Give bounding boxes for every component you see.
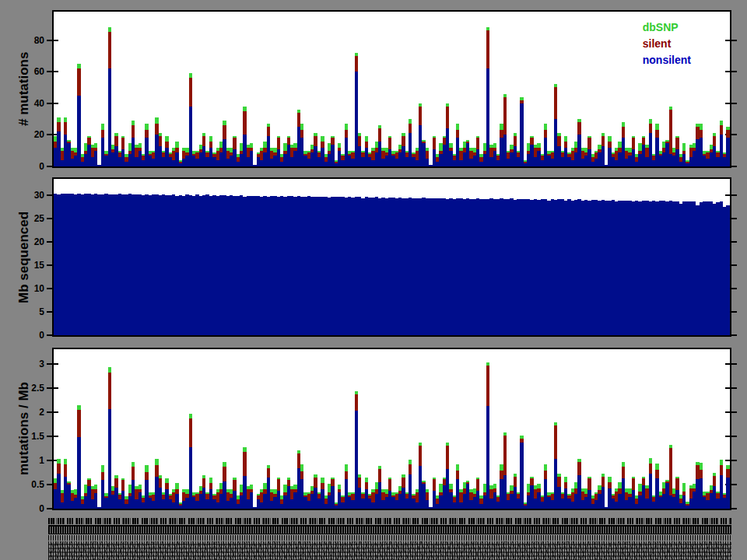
y-tick-label: 2.5 [12, 383, 44, 393]
y-tick-label: 2 [12, 408, 44, 417]
y-tick-label: 15 [12, 261, 44, 270]
bar-segment [726, 138, 729, 166]
sample-labels-row-2 [48, 525, 731, 534]
bar-segment [726, 130, 729, 138]
bar-segment [726, 478, 729, 509]
y-tick-label: 20 [12, 130, 44, 139]
panel-num-mutations: # mutations dbSNP silent nonsilent 02040… [52, 10, 731, 168]
legend-item-silent: silent [643, 36, 691, 52]
bars-area-mutations [54, 12, 730, 166]
panel-mb-sequenced: Mb sequenced 051015202530 [52, 177, 731, 337]
y-tick-label: 3 [12, 359, 44, 369]
y-tick-label: 40 [12, 99, 44, 108]
sample-labels-row-1 [48, 518, 731, 524]
y-tick-label: 5 [12, 307, 44, 317]
y-tick-label: 1.5 [12, 432, 44, 441]
sample-labels-row-3 [48, 535, 731, 541]
y-tick-label: 60 [12, 67, 44, 76]
legend-item-dbsnp: dbSNP [643, 19, 691, 36]
sample-bar [726, 12, 729, 166]
sample-bar [726, 349, 729, 509]
y-tick-label: 30 [12, 191, 44, 200]
bars-area-mb-sequenced [54, 179, 730, 335]
sample-labels-noise [48, 541, 731, 560]
y-tick-label: 80 [12, 36, 44, 45]
legend-item-nonsilent: nonsilent [643, 52, 691, 68]
y-tick-label: 20 [12, 237, 44, 247]
y-tick-label: 0 [12, 504, 44, 513]
bar-segment [726, 469, 729, 478]
y-tick-label: 25 [12, 214, 44, 223]
bar-segment [726, 205, 729, 335]
y-tick-label: 1 [12, 456, 44, 465]
y-tick-label: 0.5 [12, 480, 44, 489]
panel-mutations-per-mb: mutations / Mb 00.511.522.53 [52, 348, 731, 510]
mutation-rate-figure: # mutations dbSNP silent nonsilent 02040… [0, 0, 747, 560]
sample-labels-band [48, 518, 731, 560]
y-tick-label: 10 [12, 284, 44, 293]
sample-bar [726, 179, 729, 335]
bars-area-mutations-per-mb [54, 349, 730, 509]
y-tick-label: 0 [12, 331, 44, 340]
legend: dbSNP silent nonsilent [643, 19, 691, 68]
y-tick-label: 0 [12, 162, 44, 171]
